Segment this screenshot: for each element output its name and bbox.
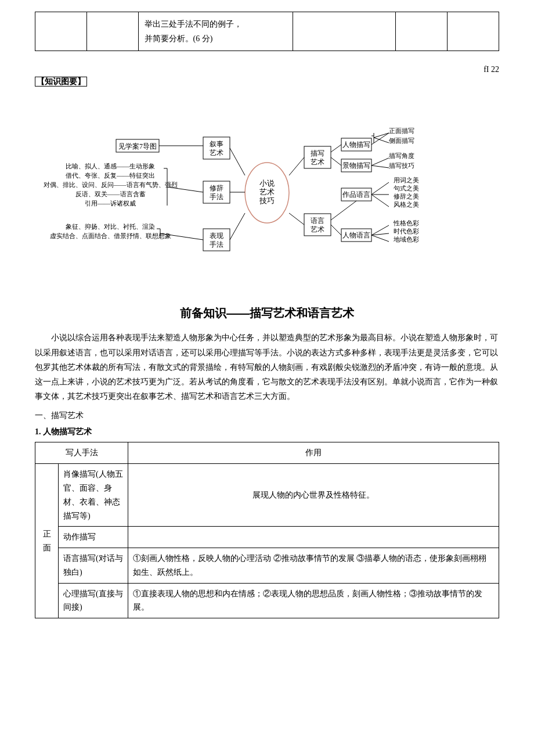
- svg-text:技巧: 技巧: [259, 196, 275, 205]
- svg-text:比喻、拟人、通感——生动形象: 比喻、拟人、通感——生动形象: [66, 163, 155, 170]
- svg-line-44: [374, 133, 389, 138]
- svg-text:借代、夸张、反复——特征突出: 借代、夸张、反复——特征突出: [66, 172, 155, 179]
- svg-text:描写: 描写: [311, 149, 324, 157]
- svg-text:正面描写: 正面描写: [389, 127, 414, 134]
- cell-effect-4: ①直接表现人物的思想和内在情感；②表现人物的思想品质，刻画人物性格；③推动故事情…: [128, 583, 499, 618]
- svg-line-69: [331, 225, 341, 235]
- page-number: fI 22: [35, 65, 499, 74]
- cell-effect-2: [128, 527, 499, 548]
- svg-line-56: [289, 213, 304, 225]
- top-cell-6: [448, 12, 499, 51]
- svg-text:艺术: 艺术: [259, 188, 275, 196]
- svg-text:时代色彩: 时代色彩: [394, 228, 419, 235]
- table-header-effect: 作用: [128, 442, 499, 464]
- svg-text:表现: 表现: [210, 232, 223, 240]
- top-table: 举出三处手法不同的例子，并简要分析。(6 分): [35, 12, 499, 51]
- svg-line-51: [371, 158, 389, 165]
- table-row: 正面 肖像描写(人物五官、面容、身材、衣着、神态描写等) 展现人物的内心世界及性…: [35, 464, 499, 527]
- svg-text:人物描写: 人物描写: [342, 141, 370, 149]
- svg-text:侧面描写: 侧面描写: [389, 137, 414, 144]
- table-header-method: 写人手法: [35, 442, 128, 464]
- svg-text:人物语言: 人物语言: [342, 231, 370, 239]
- svg-text:艺术: 艺术: [311, 225, 324, 233]
- svg-text:艺术: 艺术: [311, 158, 324, 166]
- svg-text:描写技巧: 描写技巧: [389, 162, 414, 169]
- cell-method-4: 心理描写(直接与间接): [59, 583, 128, 618]
- table-row: 心理描写(直接与间接) ①直接表现人物的思想和内在情感；②表现人物的思想品质，刻…: [35, 583, 499, 618]
- svg-text:手法: 手法: [210, 193, 223, 201]
- svg-line-7: [230, 148, 245, 175]
- cell-method-2: 动作描写: [59, 527, 128, 548]
- svg-line-45: [374, 138, 389, 143]
- knowledge-title: 【知识图要】: [35, 77, 499, 87]
- sub-heading-1: 一、描写艺术: [35, 411, 499, 421]
- svg-text:风格之美: 风格之美: [394, 201, 419, 208]
- svg-line-75: [371, 235, 389, 242]
- svg-line-38: [331, 145, 341, 152]
- svg-text:小说: 小说: [259, 179, 275, 188]
- svg-text:叙事: 叙事: [210, 140, 223, 148]
- mindmap-svg: 小说 艺术 技巧 叙事 艺术 见学案7导图 修辞 手法 比喻、拟人、通感——生动…: [35, 94, 499, 291]
- svg-text:修辞: 修辞: [210, 184, 223, 192]
- svg-text:对偶、排比、设问、反问——语言有气势、强烈: 对偶、排比、设问、反问——语言有气势、强烈: [44, 181, 178, 188]
- svg-text:象征、抑扬、对比、衬托、渲染: 象征、抑扬、对比、衬托、渲染: [66, 223, 155, 230]
- knowledge-section: 【知识图要】 小说 艺术 技巧 叙事 艺术 见学案7导图 修辞 手法 比喻、拟人…: [35, 77, 499, 294]
- sub-heading-2: 1. 人物描写艺术: [35, 427, 499, 437]
- svg-text:引用——诉诸权威: 引用——诉诸权威: [85, 200, 136, 207]
- svg-text:作品语言: 作品语言: [342, 190, 370, 199]
- cell-method-3: 语言描写(对话与独白): [59, 548, 128, 584]
- cell-method-1: 肖像描写(人物五官、面容、身材、衣着、神态描写等): [59, 464, 128, 527]
- svg-text:反语、双关——语言含蓄: 反语、双关——语言含蓄: [75, 190, 146, 197]
- svg-text:虚实结合、点面结合、借景抒情、联想想象: 虚实结合、点面结合、借景抒情、联想想象: [50, 232, 171, 239]
- body-paragraph: 小说以综合运用各种表现手法来塑造人物形象为中心任务，并以塑造典型的艺术形象为最高…: [35, 330, 499, 404]
- section-heading: 前备知识——描写艺术和语言艺术: [35, 305, 499, 321]
- svg-text:句式之美: 句式之美: [394, 185, 419, 192]
- top-cell-2: [86, 12, 138, 51]
- cell-effect-1: 展现人物的内心世界及性格特征。: [128, 464, 499, 527]
- svg-text:手法: 手法: [210, 240, 223, 249]
- top-cell-3: 举出三处手法不同的例子，并简要分析。(6 分): [138, 12, 293, 51]
- table-row: 语言描写(对话与独白) ①刻画人物性格，反映人物的心理活动 ②推动故事情节的发展…: [35, 548, 499, 584]
- svg-line-64: [371, 182, 389, 195]
- content-table: 写人手法 作用 正面 肖像描写(人物五官、面容、身材、衣着、神态描写等) 展现人…: [35, 442, 499, 618]
- svg-line-59: [331, 201, 356, 220]
- top-cell-5: [396, 12, 448, 51]
- svg-line-48: [331, 157, 341, 165]
- top-cell-1: [35, 12, 87, 51]
- svg-line-22: [167, 187, 203, 192]
- svg-line-26: [230, 213, 245, 240]
- svg-text:描写角度: 描写角度: [389, 152, 414, 159]
- top-cell-4: [293, 12, 396, 51]
- svg-text:地域色彩: 地域色彩: [393, 236, 419, 243]
- svg-text:性格色彩: 性格色彩: [393, 219, 419, 226]
- cell-effect-3: ①刻画人物性格，反映人物的心理活动 ②推动故事情节的发展 ③描摹人物的语态，使形…: [128, 548, 499, 584]
- svg-text:语言: 语言: [311, 217, 324, 225]
- svg-text:见学案7导图: 见学案7导图: [118, 142, 157, 150]
- svg-line-66: [371, 195, 389, 207]
- svg-text:用词之美: 用词之美: [394, 177, 419, 183]
- svg-text:艺术: 艺术: [210, 149, 223, 157]
- svg-text:景物描写: 景物描写: [342, 161, 370, 170]
- cell-side: 正面: [35, 464, 59, 618]
- svg-text:修辞之美: 修辞之美: [394, 193, 419, 200]
- svg-line-52: [371, 165, 389, 168]
- svg-line-35: [289, 157, 304, 175]
- table-row: 动作描写: [35, 527, 499, 548]
